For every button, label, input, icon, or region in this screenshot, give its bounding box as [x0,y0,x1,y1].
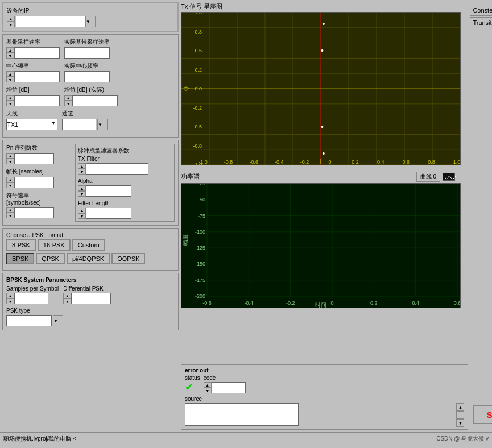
baseband-up[interactable]: ▲ [6,47,14,53]
center-freq-up[interactable]: ▲ [6,71,14,77]
error-status-row: status ✔ code ▲ ▼ 0 [185,375,464,393]
source-scrollbar[interactable]: ▲ ▼ [456,403,464,427]
curve-wave-icon [443,173,455,181]
psk-8psk-btn[interactable]: 8-PSK [6,239,36,251]
constellation-section: Tx 信号 星座图 [181,2,492,167]
bpsk-params-section: BPSK System Parameters Samples per Symbo… [2,273,179,330]
baseband-rate-input[interactable]: 1M [14,47,60,59]
tx-filter-down[interactable]: ▼ [78,169,86,175]
scroll-up[interactable]: ▲ [456,403,464,411]
psk-16psk-btn[interactable]: 16-PSK [38,239,71,251]
ip-input[interactable]: 192.168.10.2 [16,16,96,27]
scroll-track [456,411,464,419]
scroll-down[interactable]: ▼ [456,419,464,427]
center-freq-down[interactable]: ▼ [6,77,14,82]
actual-gain-input[interactable]: 0 [72,95,118,106]
filter-length-input[interactable]: 6 [86,208,131,219]
tx-filter-input[interactable]: Root Raised Cos [86,163,148,175]
gain-label: 增益 [dB] [6,86,60,94]
stop-button[interactable]: STOP [473,405,492,424]
alpha-down[interactable]: ▼ [78,191,86,197]
constellation-title: Tx 信号 星座图 [181,2,492,11]
curve-btn[interactable]: 曲线 0 [416,172,440,182]
psk-qpsk-btn[interactable]: QPSK [36,253,65,264]
ip-down-btn[interactable]: ▼ [7,22,15,27]
transitions-btn[interactable]: Transitions [470,17,492,28]
alpha-input[interactable]: 0.50 [86,185,131,197]
samples-down[interactable]: ▼ [6,182,14,188]
psk-custom-btn[interactable]: Custom [72,239,105,251]
sps-down[interactable]: ▼ [6,298,14,304]
baseband-down[interactable]: ▼ [6,53,14,59]
symbol-rate-input[interactable]: 125k [14,207,54,218]
source-textarea[interactable] [185,403,299,426]
channel-input[interactable]: 0 [62,119,96,130]
status-label: status [185,375,200,381]
sps-input[interactable]: 8 [14,293,48,304]
stop-container: STOP [473,364,492,430]
curve-control: 曲线 0 [416,172,455,182]
chart-controls: Constellation Transitions [470,5,492,28]
antenna-select[interactable]: TX1 [6,119,57,130]
symbol-rate-up[interactable]: ▲ [6,207,14,213]
diff-psk-label: Differential PSK [63,285,111,292]
constellation-btn[interactable]: Constellation [470,5,492,16]
diff-psk-down[interactable]: ▼ [63,298,71,304]
watermark: CSDN @ 马虎大侯 v [76,435,489,443]
psk-oqpsk-btn[interactable]: OQPSK [111,253,145,264]
power-section: 功率谱 曲线 0 [181,172,492,360]
actual-center-input[interactable]: 2.2G [64,71,110,82]
channel-dropdown[interactable]: ▼ [97,119,108,130]
actual-baseband-input[interactable]: 1M [64,47,110,59]
actual-gain-down[interactable]: ▼ [64,101,72,106]
psk-type-dropdown[interactable]: ▼ [53,315,63,326]
actual-gain-label: 增益 [dB] (实际) [64,86,118,94]
actual-gain-up[interactable]: ▲ [64,95,72,101]
pn-down[interactable]: ▼ [6,159,14,164]
psk-type-input[interactable]: normal [6,315,52,326]
gain-input[interactable]: 0 [14,95,60,106]
bottom-bar-text: 职场便携机.lvproj/我的电脑 < [3,435,76,443]
gain-up[interactable]: ▲ [6,95,14,101]
filter-params-section: 脉冲成型滤波器系数 TX Filter ▲ ▼ Root Raised Cos … [75,144,175,222]
filter-length-up[interactable]: ▲ [78,208,86,213]
code-label: code [204,375,246,381]
device-ip-label: 设备的IP [7,7,174,15]
symbol-rate-label: 符号速率 [symbols/sec] [6,192,72,206]
center-freq-input[interactable]: 2.2G [14,71,60,82]
bottom-row: error out status ✔ code ▲ ▼ 0 [181,364,492,430]
samples-input[interactable]: 65528 [14,177,54,188]
filter-length-down[interactable]: ▼ [78,213,86,219]
alpha-label: Alpha [78,178,172,184]
code-group: code ▲ ▼ 0 [204,375,246,393]
ip-up-btn[interactable]: ▲ [7,16,15,22]
code-down[interactable]: ▼ [204,388,212,393]
psk-pi4dqpsk-btn[interactable]: pi/4DQPSK [67,253,110,264]
power-chart [181,183,461,308]
basic-params-section: 基带采样速率 ▲ ▼ 1M 实际基带采样速率 1M 中心频率 [2,34,179,138]
error-out-label: error out [185,367,464,374]
source-container: ▲ ▼ [185,403,464,427]
device-ip-section: 设备的IP ▲ ▼ 192.168.10.2 ▼ [2,2,179,32]
pn-input[interactable]: 13 [14,153,54,164]
psk-btn-row2: BPSK QPSK pi/4DQPSK OQPSK [6,253,175,264]
samples-label: 帧长 [samples] [6,168,72,176]
status-group: status ✔ [185,375,200,393]
symbol-rate-down[interactable]: ▼ [6,213,14,218]
power-chart-header: 功率谱 曲线 0 [181,172,492,182]
tx-filter-up[interactable]: ▲ [78,163,86,169]
bpsk-params-title: BPSK System Parameters [6,277,175,283]
source-group: source ▲ ▼ [185,396,464,427]
diff-psk-input[interactable]: enable [71,293,111,304]
alpha-up[interactable]: ▲ [78,185,86,191]
samples-up[interactable]: ▲ [6,177,14,182]
ip-dropdown[interactable]: ▼ [85,16,96,27]
psk-bpsk-btn[interactable]: BPSK [6,253,34,264]
pn-up[interactable]: ▲ [6,153,14,159]
channel-label: 通道 [62,110,108,118]
diff-psk-up[interactable]: ▲ [63,293,71,298]
gain-down[interactable]: ▼ [6,101,14,106]
sps-up[interactable]: ▲ [6,293,14,298]
code-up[interactable]: ▲ [204,382,212,388]
code-input[interactable]: 0 [212,382,246,393]
